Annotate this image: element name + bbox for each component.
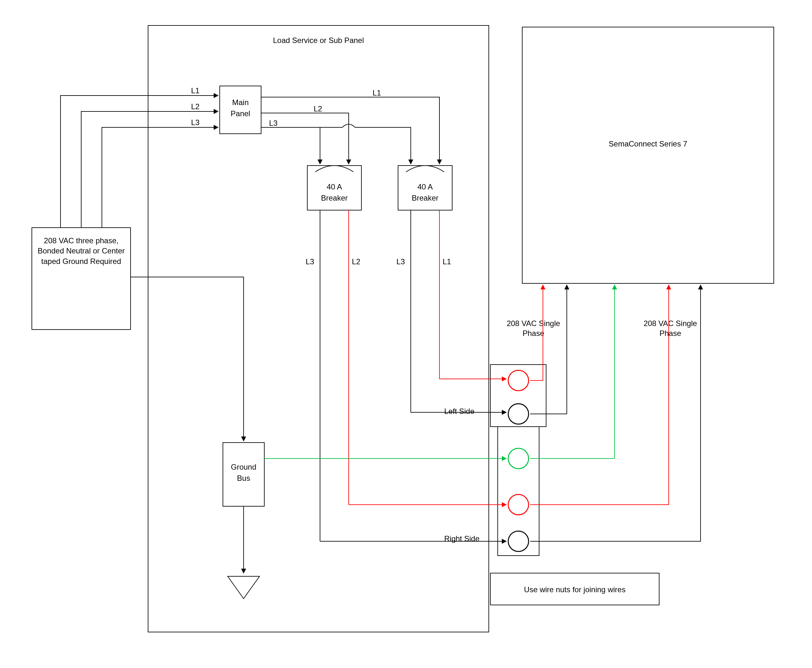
phase-label-left: 208 VAC Single Phase xyxy=(500,318,567,338)
label-b1-L3: L3 xyxy=(306,257,314,266)
wire-nut4-to-sc xyxy=(530,285,669,505)
wire-nut-note: Use wire nuts for joining wires xyxy=(524,585,626,594)
breaker-2-label-2: Breaker xyxy=(412,194,438,202)
breaker-1-label-2: Breaker xyxy=(321,194,348,202)
ground-bus-label-1: Ground xyxy=(231,463,256,471)
phase-label-right: 208 VAC Single Phase xyxy=(637,318,704,338)
label-src-L1: L1 xyxy=(191,86,200,95)
main-panel-label-2: Panel xyxy=(231,109,250,118)
label-mp-b1-L2: L2 xyxy=(314,104,322,113)
label-b1-L2: L2 xyxy=(352,257,361,266)
main-panel-label-1: Main xyxy=(232,98,249,107)
label-b2-L1: L1 xyxy=(443,257,451,266)
ground-bus-label-2: Bus xyxy=(237,474,250,483)
semaconnect-box xyxy=(522,27,774,283)
wiring-diagram: Load Service or Sub Panel 208 VAC three … xyxy=(0,0,812,668)
label-src-L2: L2 xyxy=(191,102,200,111)
label-src-L3: L3 xyxy=(191,118,200,127)
label-mp-b2-L1: L1 xyxy=(373,89,381,97)
label-mp-b1-L3: L3 xyxy=(269,119,278,127)
left-side-label: Left Side xyxy=(444,407,475,416)
breaker-1-label-1: 40 A xyxy=(327,182,342,191)
source-box-label: 208 VAC three phase, Bonded Neutral or C… xyxy=(35,235,127,267)
left-side-frame xyxy=(490,364,546,427)
label-b2-L3: L3 xyxy=(396,257,405,266)
panel-title: Load Service or Sub Panel xyxy=(273,36,364,45)
breaker-2-label-1: 40 A xyxy=(418,182,433,191)
semaconnect-label: SemaConnect Series 7 xyxy=(609,139,687,148)
